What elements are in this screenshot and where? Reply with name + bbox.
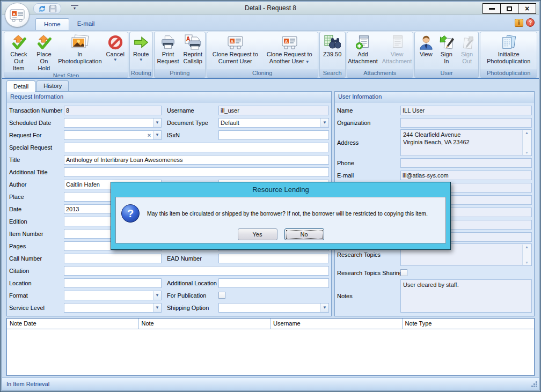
cancel-button[interactable]: Cancel ▼ bbox=[104, 33, 127, 72]
app-icon: A bbox=[9, 8, 25, 22]
scroll-up-icon[interactable]: ▲ bbox=[523, 245, 531, 249]
additional-title-field[interactable] bbox=[64, 167, 329, 177]
note-date-column-header[interactable]: Note Date bbox=[7, 319, 139, 329]
tab-history[interactable]: History bbox=[36, 80, 69, 91]
minimize-button[interactable] bbox=[482, 3, 501, 14]
sign-out-button[interactable]: Sign Out bbox=[457, 33, 478, 69]
for-publication-checkbox[interactable] bbox=[218, 292, 225, 299]
dropdown-arrow-icon[interactable]: ▼ bbox=[153, 304, 161, 312]
field-label: ISxN bbox=[167, 132, 218, 138]
service-level-combobox[interactable]: ▼ bbox=[64, 303, 162, 313]
chevron-down-icon: ▾ bbox=[74, 6, 76, 11]
title-field[interactable]: Anthology of Interlibrary Loan Awesomene… bbox=[64, 155, 329, 165]
close-icon: × bbox=[525, 6, 529, 11]
notes-table-header: Note Date Note Username Note Type bbox=[7, 319, 534, 329]
field-label: Service Level bbox=[9, 305, 64, 311]
app-menu-button[interactable]: A bbox=[5, 3, 30, 27]
name-field[interactable]: ILL User bbox=[400, 106, 532, 115]
phone-field[interactable] bbox=[400, 158, 532, 168]
question-icon: ? bbox=[121, 204, 140, 223]
dropdown-arrow-icon[interactable]: ▼ bbox=[320, 304, 328, 312]
no-button[interactable]: No bbox=[284, 228, 324, 240]
window-title: Detail - Request 8 bbox=[2, 4, 539, 12]
tab-home[interactable]: Home bbox=[35, 18, 69, 30]
citation-field[interactable] bbox=[64, 266, 329, 276]
info-pin-icon[interactable]: i bbox=[515, 19, 523, 27]
clone-request-current-user-button[interactable]: A Clone Request to Current User bbox=[208, 33, 262, 69]
sign-in-button[interactable]: Sign In bbox=[436, 33, 457, 69]
help-icon[interactable]: ? bbox=[526, 18, 535, 27]
call-number-field[interactable] bbox=[64, 254, 162, 263]
email-field[interactable]: ill@atlas-sys.com bbox=[400, 171, 532, 180]
note-type-column-header[interactable]: Note Type bbox=[403, 319, 535, 329]
field-row: Format ▼ For Publication bbox=[9, 289, 329, 301]
sign-out-icon bbox=[459, 34, 475, 51]
shipping-option-combobox[interactable]: ▼ bbox=[218, 303, 329, 313]
view-attachment-button[interactable]: View Attachment bbox=[380, 33, 413, 69]
document-type-combobox[interactable]: Default ▼ bbox=[218, 118, 329, 128]
initialize-photoduplication-button[interactable]: Initialize Photoduplication bbox=[481, 33, 536, 69]
field-label: Call Number bbox=[9, 255, 64, 262]
format-combobox[interactable]: ▼ bbox=[64, 291, 162, 300]
isxn-field[interactable] bbox=[218, 130, 329, 140]
maximize-button[interactable] bbox=[500, 3, 518, 14]
field-row: Title Anthology of Interlibrary Loan Awe… bbox=[9, 153, 329, 166]
clone-request-another-user-button[interactable]: A Clone Request to Another User▼ bbox=[262, 33, 317, 69]
resize-grip[interactable] bbox=[531, 381, 538, 389]
dropdown-arrow-icon[interactable]: ▼ bbox=[153, 119, 161, 127]
sync-button[interactable] bbox=[37, 4, 47, 13]
close-button[interactable]: × bbox=[518, 3, 536, 14]
hold-icon bbox=[36, 34, 52, 51]
address-textarea[interactable]: 244 Clearfield Avenue Virginia Beach, VA… bbox=[400, 129, 532, 156]
view-user-icon bbox=[418, 34, 434, 51]
check-out-item-button[interactable]: Check Out Item bbox=[5, 33, 32, 72]
organization-field[interactable] bbox=[400, 118, 532, 128]
dropdown-arrow-icon[interactable]: ▼ bbox=[153, 131, 161, 139]
sync-icon bbox=[38, 5, 46, 13]
scrollbar[interactable]: ▲ ▼ bbox=[522, 130, 531, 155]
qat-customize-button[interactable]: ▾ bbox=[71, 5, 78, 11]
reprint-callslip-button[interactable]: A Reprint Callslip bbox=[181, 33, 204, 69]
view-user-button[interactable]: View bbox=[416, 33, 436, 69]
route-icon bbox=[133, 34, 149, 51]
z3950-search-button[interactable]: Z39.50 bbox=[321, 33, 344, 69]
tab-detail[interactable]: Detail bbox=[6, 80, 35, 92]
scheduled-date-combobox[interactable]: ▼ bbox=[64, 118, 162, 128]
field-label: Request For bbox=[9, 132, 64, 138]
special-request-field[interactable] bbox=[64, 143, 329, 152]
save-button[interactable] bbox=[48, 4, 57, 13]
print-request-button[interactable]: Print Request bbox=[155, 33, 181, 69]
svg-text:A: A bbox=[285, 39, 288, 44]
username-field[interactable]: ill_user bbox=[218, 106, 329, 115]
add-attachment-button[interactable]: Add Attachment bbox=[347, 33, 380, 69]
scroll-down-icon[interactable]: ▼ bbox=[523, 151, 531, 154]
field-label: Pages bbox=[9, 243, 64, 249]
route-button[interactable]: Route ▼ bbox=[131, 33, 151, 69]
field-row: Transaction Number 8 Username ill_user bbox=[9, 104, 329, 116]
place-on-hold-button[interactable]: Place On Hold bbox=[32, 33, 56, 72]
scroll-up-icon[interactable]: ▲ bbox=[523, 131, 531, 135]
location-field[interactable] bbox=[64, 278, 162, 288]
research-topics-sharing-checkbox[interactable] bbox=[400, 269, 407, 276]
dropdown-arrow-icon[interactable]: ▼ bbox=[153, 291, 161, 300]
yes-button[interactable]: Yes bbox=[238, 228, 277, 240]
note-column-header[interactable]: Note bbox=[139, 319, 271, 329]
tab-email[interactable]: E-mail bbox=[69, 18, 103, 30]
dropdown-arrow-icon[interactable]: ▼ bbox=[320, 119, 328, 127]
scroll-down-icon[interactable]: ▼ bbox=[523, 261, 531, 264]
notes-textarea[interactable]: User cleared by staff. bbox=[400, 279, 532, 313]
transaction-number-field[interactable]: 8 bbox=[64, 106, 162, 115]
username-column-header[interactable]: Username bbox=[270, 319, 403, 329]
additional-location-field[interactable] bbox=[218, 278, 329, 288]
scrollbar[interactable]: ▲ ▼ bbox=[522, 245, 531, 265]
clear-icon[interactable]: × bbox=[145, 132, 153, 138]
request-for-combobox[interactable]: × ▼ bbox=[64, 130, 162, 140]
ribbon-group-next-step: Check Out Item Place On Hold bbox=[4, 32, 128, 78]
field-label: Notes bbox=[337, 293, 400, 299]
ribbon: Check Out Item Place On Hold bbox=[2, 31, 539, 79]
field-row: Research Topics Sharing bbox=[337, 267, 532, 279]
checkout-icon bbox=[11, 34, 27, 51]
in-photoduplication-button[interactable]: In Photoduplication bbox=[56, 33, 104, 72]
notes-table-body[interactable] bbox=[7, 329, 534, 375]
ead-number-field[interactable] bbox=[218, 254, 329, 263]
